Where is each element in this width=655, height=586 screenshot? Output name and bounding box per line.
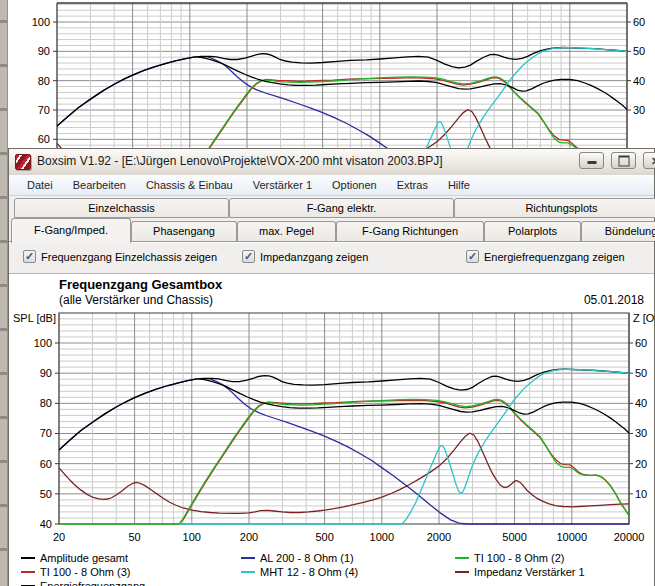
- legend-label: MHT 12 - 8 Ohm (4): [260, 566, 358, 578]
- svg-text:5000: 5000: [502, 531, 526, 543]
- tab[interactable]: Bündelung: [581, 221, 655, 241]
- tab[interactable]: F-Gang elektr.: [229, 198, 454, 218]
- legend-swatch: [21, 571, 35, 573]
- menu-item[interactable]: Datei: [17, 175, 63, 195]
- legend-item: MHT 12 - 8 Ohm (4): [241, 566, 358, 578]
- legend-swatch: [241, 557, 255, 559]
- screen: { "window": { "title": "Boxsim V1.92 - […: [0, 0, 655, 586]
- tab[interactable]: Einzelchassis: [14, 198, 229, 218]
- svg-text:20000: 20000: [614, 531, 645, 543]
- svg-text:50: 50: [128, 531, 140, 543]
- menu-bar: DateiBearbeitenChassis & EinbauVerstärke…: [9, 175, 654, 196]
- legend-label: Amplitude gesamt: [40, 552, 128, 564]
- chart-panel: Frequenzgang Gesamtbox (alle Verstärker …: [9, 273, 654, 586]
- tab[interactable]: F-Gang/Imped.: [11, 218, 131, 243]
- close-icon: ✕: [651, 155, 655, 166]
- svg-text:80: 80: [38, 75, 50, 87]
- window-title: Boxsim V1.92 - [E:\Jürgen Lenovo\Projekt…: [37, 154, 443, 168]
- tab[interactable]: Polarplots: [484, 221, 581, 241]
- series-energiefrequenzgang: [198, 57, 627, 110]
- svg-text:20: 20: [53, 531, 65, 543]
- checkbox-item: ✓Impedanzgang zeigen: [242, 250, 368, 263]
- background-chart: 1009080706060504030: [8, 0, 655, 148]
- menu-item[interactable]: Optionen: [322, 175, 387, 195]
- legend-label: Impedanz Verstärker 1: [474, 566, 585, 578]
- legend-label: Energiefrequenzgang: [40, 580, 145, 586]
- svg-text:60: 60: [633, 16, 645, 28]
- legend-swatch: [455, 557, 469, 559]
- menu-item[interactable]: Verstärker 1: [243, 175, 322, 195]
- svg-text:200: 200: [240, 531, 258, 543]
- legend-item: AL 200 - 8 Ohm (1): [241, 552, 354, 564]
- series-ti-100-8-ohm-2-: [59, 399, 629, 524]
- minimize-icon: [587, 161, 596, 164]
- minimize-button[interactable]: [579, 152, 604, 169]
- svg-text:100: 100: [183, 531, 201, 543]
- svg-text:60: 60: [40, 458, 52, 470]
- legend-item: Impedanz Verstärker 1: [455, 566, 585, 578]
- svg-text:100: 100: [34, 337, 52, 349]
- legend-swatch: [21, 557, 35, 559]
- legend-item: TI 100 - 8 Ohm (3): [21, 566, 130, 578]
- svg-text:60: 60: [38, 133, 50, 145]
- svg-text:60: 60: [635, 337, 647, 349]
- legend-label: AL 200 - 8 Ohm (1): [260, 552, 354, 564]
- svg-text:10: 10: [635, 488, 647, 500]
- legend-item: TI 100 - 8 Ohm (2): [455, 552, 564, 564]
- close-button[interactable]: ✕: [643, 152, 655, 169]
- background-window-edge: [0, 0, 8, 586]
- svg-text:10000: 10000: [557, 531, 588, 543]
- series-mht-12-8-ohm-4-: [179, 369, 629, 524]
- checkbox-label[interactable]: Energiefrequenzgang zeigen: [484, 251, 625, 263]
- series-ti-100-8-ohm-3-: [177, 78, 627, 148]
- svg-text:2000: 2000: [427, 531, 451, 543]
- svg-text:50: 50: [633, 45, 645, 57]
- menu-item[interactable]: Chassis & Einbau: [136, 175, 243, 195]
- checkbox[interactable]: ✓: [242, 250, 255, 263]
- series-ti-100-8-ohm-2-: [57, 77, 627, 148]
- svg-text:40: 40: [635, 397, 647, 409]
- checkbox-label[interactable]: Impedanzgang zeigen: [260, 251, 368, 263]
- maximize-button[interactable]: [611, 152, 636, 169]
- svg-text:70: 70: [38, 104, 50, 116]
- svg-text:1000: 1000: [370, 531, 394, 543]
- tab[interactable]: Richtungsplots: [454, 198, 655, 218]
- series-energiefrequenzgang: [200, 379, 629, 433]
- tab[interactable]: F-Gang Richtungen: [336, 221, 484, 241]
- legend-item: Amplitude gesamt: [21, 552, 128, 564]
- svg-text:100: 100: [32, 16, 50, 28]
- tab[interactable]: Phasengang: [131, 221, 237, 241]
- frequency-response-plot: 4050607080901001020304050602050100200500…: [9, 274, 655, 586]
- svg-text:40: 40: [40, 518, 52, 530]
- menu-item[interactable]: Hilfe: [438, 175, 480, 195]
- legend-item: Energiefrequenzgang: [21, 580, 145, 586]
- legend-swatch: [455, 571, 469, 573]
- checkbox[interactable]: ✓: [466, 250, 479, 263]
- checkbox-item: ✓Frequenzgang Einzelchassis zeigen: [23, 250, 217, 263]
- boxsim-window: Boxsim V1.92 - [E:\Jürgen Lenovo\Projekt…: [8, 148, 655, 586]
- legend-label: TI 100 - 8 Ohm (2): [474, 552, 564, 564]
- svg-text:30: 30: [635, 427, 647, 439]
- menu-item[interactable]: Extras: [387, 175, 438, 195]
- maximize-icon: [618, 155, 629, 166]
- checkbox-row: ✓Frequenzgang Einzelchassis zeigen✓Imped…: [9, 241, 654, 274]
- checkbox[interactable]: ✓: [23, 250, 36, 263]
- checkbox-item: ✓Energiefrequenzgang zeigen: [466, 250, 625, 263]
- svg-text:500: 500: [315, 531, 333, 543]
- checkbox-label[interactable]: Frequenzgang Einzelchassis zeigen: [41, 251, 217, 263]
- svg-text:30: 30: [633, 104, 645, 116]
- svg-text:90: 90: [40, 367, 52, 379]
- series-al-200-8-ohm-1-: [57, 57, 627, 148]
- svg-text:80: 80: [40, 397, 52, 409]
- legend-label: TI 100 - 8 Ohm (3): [40, 566, 130, 578]
- svg-text:50: 50: [40, 488, 52, 500]
- svg-text:90: 90: [38, 45, 50, 57]
- menu-item[interactable]: Bearbeiten: [63, 175, 136, 195]
- tab[interactable]: max. Pegel: [237, 221, 336, 241]
- boxsim-app-icon: [15, 154, 31, 170]
- legend-swatch: [241, 571, 255, 573]
- svg-text:40: 40: [633, 75, 645, 87]
- svg-text:50: 50: [635, 367, 647, 379]
- svg-text:20: 20: [635, 458, 647, 470]
- title-bar: Boxsim V1.92 - [E:\Jürgen Lenovo\Projekt…: [9, 149, 654, 176]
